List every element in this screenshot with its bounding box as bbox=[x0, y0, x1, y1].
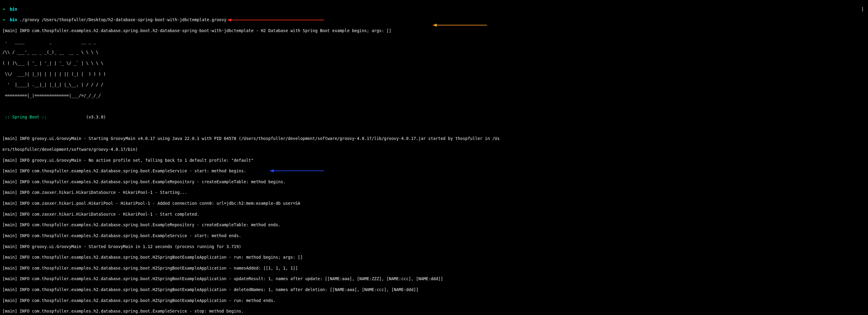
spring-ascii-line: ' |____| .__|_| |_|_| |_\__, | / / / / bbox=[2, 82, 866, 88]
spring-boot-version: (v3.3.0) bbox=[86, 115, 106, 119]
orange-arrow-icon bbox=[433, 12, 487, 16]
spring-ascii-line: ( ( )\___ | '_ | '_| | '_ \/ _` | \ \ \ … bbox=[2, 61, 866, 66]
svg-marker-3 bbox=[433, 24, 437, 27]
prompt-arrow-icon: ➜ bbox=[2, 7, 5, 11]
svg-marker-1 bbox=[227, 19, 231, 22]
log-line: [main] INFO com.zaxxer.hikari.HikariData… bbox=[2, 190, 866, 195]
log-line: [main] INFO com.thospfuller.examples.h2.… bbox=[2, 265, 866, 271]
red-arrow-icon bbox=[227, 7, 324, 10]
log-line: [main] INFO groovy.ui.GroovyMain - Start… bbox=[2, 244, 866, 250]
log-line: [main] INFO com.thospfuller.examples.h2.… bbox=[2, 298, 866, 304]
log-line: [main] INFO com.thospfuller.examples.h2.… bbox=[2, 309, 866, 314]
log-line: [main] INFO com.zaxxer.hikari.pool.Hikar… bbox=[2, 201, 866, 206]
blank-line bbox=[2, 103, 866, 109]
blank-line bbox=[2, 125, 866, 131]
spring-boot-label: :: Spring Boot :: bbox=[2, 115, 46, 119]
blue-arrow-icon bbox=[270, 158, 324, 161]
spring-ascii-line: \\/ ___)| |_)| | | | | || (_| | ) ) ) ) bbox=[2, 71, 866, 77]
log-line: ers/thospfuller/development/software/gro… bbox=[2, 147, 866, 152]
log-line: [main] INFO com.thospfuller.examples.h2.… bbox=[2, 222, 866, 228]
log-line: [main] INFO groovy.ui.GroovyMain - Start… bbox=[2, 136, 866, 141]
svg-marker-5 bbox=[270, 169, 274, 172]
terminal-output[interactable]: ➜ bin] ➜ bin ./groovy /Users/thospfuller… bbox=[0, 0, 868, 315]
cwd-folder: bin bbox=[10, 17, 17, 22]
spring-ascii-line: =========|_|==============|___/=/_/_/_/ bbox=[2, 93, 866, 98]
log-line: [main] INFO com.zaxxer.hikari.HikariData… bbox=[2, 212, 866, 217]
spring-ascii-line: . ____ _ __ _ _ bbox=[2, 39, 866, 44]
command-text: ./groovy /Users/thospfuller/Desktop/h2-d… bbox=[20, 17, 226, 22]
cwd-folder: bin bbox=[10, 7, 17, 11]
right-bracket-0: ] bbox=[861, 7, 864, 12]
log-line: [main] INFO com.thospfuller.examples.h2.… bbox=[2, 233, 866, 239]
prompt-arrow-icon: ➜ bbox=[2, 17, 5, 22]
spring-ascii-line: /\\ / ___'_ __ _ _(_)_ __ __ _ \ \ \ \ bbox=[2, 50, 866, 55]
log-line: [main] INFO com.thospfuller.examples.h2.… bbox=[2, 255, 866, 260]
prompt-line-0: ➜ bin] bbox=[2, 7, 866, 12]
log-line: [main] INFO com.thospfuller.examples.h2.… bbox=[2, 287, 866, 292]
log-line: [main] INFO com.thospfuller.examples.h2.… bbox=[2, 168, 866, 174]
log-line: [main] INFO groovy.ui.GroovyMain - No ac… bbox=[2, 158, 866, 163]
log-line: [main] INFO com.thospfuller.examples.h2.… bbox=[2, 276, 866, 282]
log-line: [main] INFO com.thospfuller.examples.h2.… bbox=[2, 179, 866, 185]
spring-boot-line: :: Spring Boot :: (v3.3.0) bbox=[2, 115, 866, 120]
